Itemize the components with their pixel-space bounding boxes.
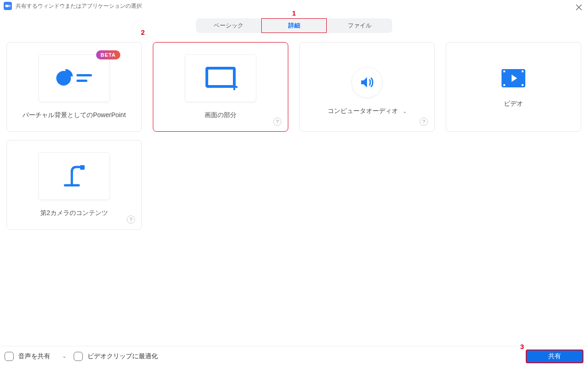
- chevron-down-icon[interactable]: ⌄: [403, 108, 407, 114]
- card-ppt-virtual-bg[interactable]: BETA バーチャル背景としてのPowerPoint: [6, 42, 142, 132]
- video-thumb: [497, 66, 529, 91]
- window-title: 共有するウィンドウまたはアプリケーションの選択: [16, 2, 142, 10]
- tabs: ベーシック 詳細 ファイル: [196, 18, 392, 33]
- share-audio-label: 音声を共有: [18, 352, 50, 361]
- card-label-row: コンピュータオーディオ ⌄: [328, 107, 407, 115]
- share-audio-checkbox[interactable]: 音声を共有: [5, 352, 50, 361]
- svg-rect-10: [503, 70, 505, 72]
- svg-rect-12: [522, 70, 523, 72]
- audio-thumb: [351, 67, 383, 98]
- close-button[interactable]: [573, 2, 584, 13]
- help-icon[interactable]: ?: [273, 118, 281, 126]
- annotation-3: 3: [520, 343, 524, 350]
- optimize-video-label: ビデオクリップに最適化: [87, 352, 158, 361]
- svg-rect-1: [76, 74, 92, 76]
- chevron-down-icon[interactable]: ⌄: [62, 353, 66, 359]
- svg-rect-13: [522, 84, 523, 86]
- card-label: ビデオ: [504, 100, 523, 108]
- portion-thumb: [185, 54, 256, 102]
- footer: 音声を共有 ⌄ ビデオクリップに最適化 3 共有: [0, 346, 588, 366]
- card-computer-audio[interactable]: コンピュータオーディオ ⌄ ?: [299, 42, 435, 132]
- svg-rect-2: [76, 80, 87, 82]
- card-label: 画面の部分: [205, 111, 237, 119]
- zoom-icon: [4, 2, 12, 10]
- card-label: 第2カメラのコンテンツ: [40, 209, 108, 217]
- card-label: バーチャル背景としてのPowerPoint: [22, 111, 126, 119]
- tab-files[interactable]: ファイル: [327, 18, 392, 33]
- tab-advanced[interactable]: 詳細: [261, 18, 327, 33]
- checkbox-icon: [5, 352, 14, 361]
- ppt-thumb: BETA: [38, 54, 110, 102]
- tab-basic[interactable]: ベーシック: [196, 18, 261, 33]
- svg-rect-11: [503, 84, 505, 86]
- card-screen-portion[interactable]: 画面の部分 ?: [153, 42, 288, 132]
- help-icon[interactable]: ?: [420, 118, 428, 126]
- svg-rect-15: [80, 165, 85, 170]
- svg-rect-5: [207, 68, 234, 86]
- titlebar: 共有するウィンドウまたはアプリケーションの選択: [0, 0, 588, 12]
- card-video[interactable]: ビデオ: [446, 42, 581, 132]
- camera-thumb: [38, 152, 110, 200]
- help-icon[interactable]: ?: [127, 215, 135, 224]
- checkbox-icon: [74, 352, 83, 361]
- share-button[interactable]: 共有: [526, 350, 583, 363]
- card-second-camera[interactable]: 第2カメラのコンテンツ ?: [6, 140, 142, 230]
- card-label: コンピュータオーディオ: [328, 107, 398, 115]
- beta-badge: BETA: [96, 50, 120, 59]
- optimize-video-checkbox[interactable]: ビデオクリップに最適化: [74, 352, 158, 361]
